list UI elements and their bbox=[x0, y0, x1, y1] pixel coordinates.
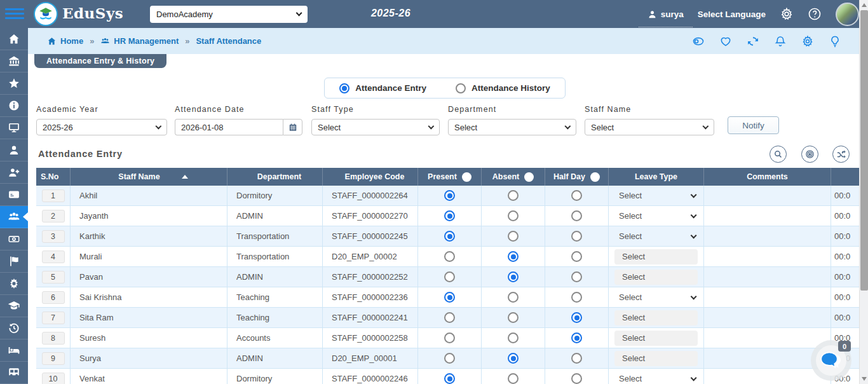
absent-radio[interactable] bbox=[508, 312, 519, 323]
header-sno[interactable]: S.No bbox=[36, 168, 71, 186]
attendance-date-input[interactable] bbox=[175, 119, 283, 135]
breadcrumb-hr-management[interactable]: HR Management bbox=[100, 36, 179, 46]
sidebar-item-desktop[interactable] bbox=[0, 117, 28, 139]
absent-radio[interactable] bbox=[508, 353, 519, 364]
present-radio[interactable] bbox=[444, 251, 455, 262]
sidebar-item-profile[interactable] bbox=[0, 139, 28, 161]
half-day-radio[interactable] bbox=[571, 353, 582, 364]
half-day-radio[interactable] bbox=[571, 333, 582, 343]
present-radio[interactable] bbox=[444, 373, 455, 384]
leave-type-select[interactable]: Select bbox=[609, 292, 703, 302]
radio-unselected-icon[interactable] bbox=[456, 83, 466, 93]
academic-year-select[interactable]: 2025-26 bbox=[36, 119, 167, 135]
shuffle-button[interactable] bbox=[832, 146, 850, 163]
user-menu[interactable]: surya bbox=[648, 10, 684, 19]
staff-name-select[interactable]: Select bbox=[585, 119, 714, 135]
heart-icon[interactable] bbox=[719, 35, 732, 48]
absent-radio[interactable] bbox=[508, 190, 519, 201]
absent-radio[interactable] bbox=[508, 251, 519, 262]
present-radio[interactable] bbox=[444, 271, 455, 282]
help-icon[interactable] bbox=[808, 7, 822, 21]
sidebar-item-finance[interactable] bbox=[0, 228, 28, 250]
attendance-history-radio[interactable]: Attendance History bbox=[456, 83, 550, 93]
scroll-down-arrow[interactable] bbox=[862, 377, 867, 381]
absent-radio[interactable] bbox=[508, 333, 519, 343]
staff-type-select[interactable]: Select bbox=[311, 119, 440, 135]
department-select[interactable]: Select bbox=[448, 119, 576, 135]
absent-all-radio[interactable] bbox=[524, 172, 534, 182]
absent-radio[interactable] bbox=[508, 210, 519, 221]
sidebar-item-card[interactable] bbox=[0, 184, 28, 206]
present-radio[interactable] bbox=[444, 210, 455, 221]
radio-selected-icon[interactable] bbox=[339, 83, 349, 93]
breadcrumb-home[interactable]: Home bbox=[47, 36, 83, 46]
absent-radio[interactable] bbox=[508, 373, 519, 384]
sidebar-item-info[interactable] bbox=[0, 95, 28, 117]
present-all-radio[interactable] bbox=[462, 172, 471, 182]
sidebar-item-transport[interactable] bbox=[0, 362, 28, 384]
header-employee-code[interactable]: Employee Code bbox=[323, 168, 418, 186]
header-leave-type[interactable]: Leave Type bbox=[609, 168, 704, 186]
sidebar-item-institution[interactable] bbox=[0, 50, 28, 72]
target-button[interactable] bbox=[801, 146, 818, 163]
comments-cell[interactable] bbox=[704, 226, 831, 246]
half-day-radio[interactable] bbox=[571, 251, 582, 262]
comments-cell[interactable] bbox=[704, 206, 831, 226]
sidebar-item-hostel[interactable] bbox=[0, 339, 28, 362]
present-radio[interactable] bbox=[444, 190, 455, 201]
bell-icon[interactable] bbox=[774, 35, 787, 48]
half-day-radio[interactable] bbox=[571, 231, 582, 242]
present-radio[interactable] bbox=[444, 231, 455, 242]
avatar[interactable] bbox=[836, 3, 859, 26]
comments-cell[interactable] bbox=[704, 308, 831, 327]
absent-radio[interactable] bbox=[508, 292, 519, 303]
leave-type-select[interactable]: Select bbox=[609, 374, 703, 383]
present-radio[interactable] bbox=[444, 353, 455, 364]
leave-type-select[interactable]: Select bbox=[609, 231, 703, 241]
vertical-scrollbar[interactable] bbox=[859, 0, 868, 384]
comments-cell[interactable] bbox=[704, 267, 831, 287]
chat-bubble-icon[interactable] bbox=[819, 349, 843, 372]
sidebar-item-home[interactable] bbox=[0, 28, 28, 50]
header-department[interactable]: Department bbox=[227, 168, 323, 186]
leave-type-select[interactable]: Select bbox=[609, 191, 703, 200]
comments-cell[interactable] bbox=[704, 287, 831, 307]
attendance-entry-radio[interactable]: Attendance Entry bbox=[339, 83, 426, 93]
hamburger-menu-icon[interactable] bbox=[5, 8, 24, 20]
comments-cell[interactable] bbox=[704, 247, 831, 266]
present-radio[interactable] bbox=[444, 292, 455, 303]
absent-radio[interactable] bbox=[508, 271, 519, 282]
sidebar-item-favorites[interactable] bbox=[0, 72, 28, 95]
header-staff-name[interactable]: Staff Name bbox=[71, 168, 227, 186]
settings-gear-icon[interactable] bbox=[780, 7, 794, 21]
half-day-radio[interactable] bbox=[571, 271, 582, 282]
half-day-radio[interactable] bbox=[571, 312, 582, 323]
refresh-icon[interactable] bbox=[747, 35, 759, 48]
gear-icon[interactable] bbox=[801, 35, 814, 48]
sidebar-item-admissions[interactable] bbox=[0, 161, 28, 184]
tab-attendance-entry-history[interactable]: Attendance Entry & History bbox=[34, 54, 166, 68]
notify-button[interactable]: Notify bbox=[728, 116, 779, 134]
sidebar-item-hr-management[interactable] bbox=[0, 206, 28, 228]
leave-type-select[interactable]: Select bbox=[609, 211, 703, 221]
academy-select[interactable]: DemoAcademy bbox=[150, 6, 308, 23]
present-radio[interactable] bbox=[444, 312, 455, 323]
select-language-button[interactable]: Select Language bbox=[698, 10, 766, 19]
half-day-all-radio[interactable] bbox=[590, 172, 600, 182]
sidebar-item-settings[interactable] bbox=[0, 273, 28, 295]
scroll-up-arrow[interactable] bbox=[862, 3, 867, 7]
search-button[interactable] bbox=[770, 146, 787, 163]
lightbulb-icon[interactable] bbox=[829, 35, 841, 48]
half-day-radio[interactable] bbox=[571, 292, 582, 303]
comments-cell[interactable] bbox=[704, 186, 831, 205]
present-radio[interactable] bbox=[444, 333, 455, 343]
scrollbar-thumb[interactable] bbox=[860, 10, 868, 291]
half-day-radio[interactable] bbox=[571, 210, 582, 221]
toggle-icon[interactable] bbox=[692, 35, 705, 48]
sidebar-item-flag[interactable] bbox=[0, 250, 28, 273]
sidebar-item-history[interactable] bbox=[0, 317, 28, 339]
sidebar-item-academics[interactable] bbox=[0, 295, 28, 317]
absent-radio[interactable] bbox=[508, 231, 519, 242]
calendar-button[interactable] bbox=[283, 119, 302, 135]
half-day-radio[interactable] bbox=[571, 373, 582, 384]
